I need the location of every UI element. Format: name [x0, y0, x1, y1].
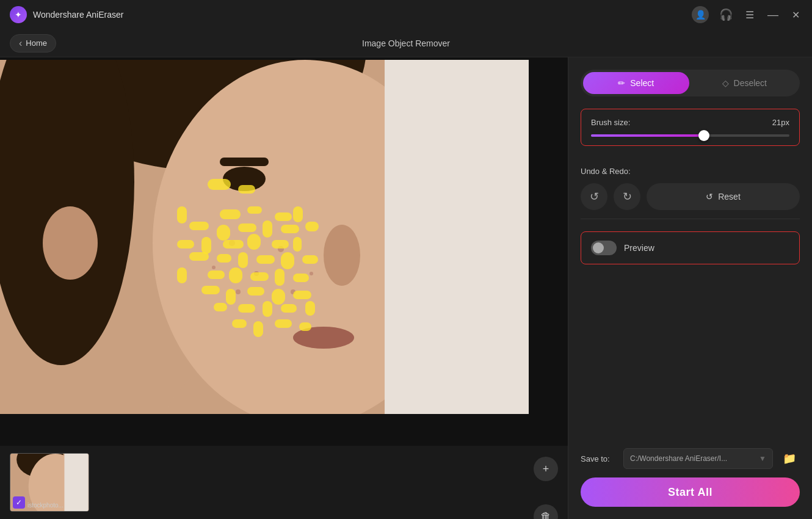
svg-rect-22 — [247, 206, 262, 214]
main-layout: ✓ istockphoto... + 🗑 ✏ Select ◇ De — [0, 57, 812, 519]
redo-icon: ↻ — [623, 190, 632, 203]
strip-buttons: + 🗑 — [534, 457, 558, 519]
save-section: Save to: C:/Wondershare AniEraser/I... ▼… — [581, 438, 800, 507]
brush-size-label: Brush size: — [591, 118, 630, 127]
right-panel: ✏ Select ◇ Deselect Brush size: 21px Und… — [568, 57, 812, 519]
preview-toggle[interactable] — [591, 241, 617, 255]
svg-rect-32 — [201, 237, 211, 254]
save-row: Save to: C:/Wondershare AniEraser/I... ▼… — [581, 448, 800, 469]
svg-rect-51 — [247, 287, 264, 296]
svg-rect-24 — [293, 206, 303, 222]
svg-rect-56 — [263, 301, 272, 317]
undo-button[interactable]: ↺ — [581, 183, 607, 210]
reset-icon: ↺ — [706, 192, 713, 201]
add-file-button[interactable]: + — [534, 457, 558, 481]
brush-size-section: Brush size: 21px — [581, 109, 800, 146]
svg-rect-49 — [201, 286, 220, 294]
profile-icon[interactable]: 👤 — [692, 6, 709, 23]
deselect-button[interactable]: ◇ Deselect — [692, 72, 798, 94]
folder-icon: 📁 — [783, 452, 796, 465]
svg-rect-19 — [238, 185, 255, 194]
thumbnail-label: istockphoto... — [27, 502, 63, 509]
image-canvas[interactable] — [0, 60, 529, 414]
svg-rect-44 — [208, 270, 225, 279]
svg-rect-61 — [275, 319, 292, 328]
app-logo: ✦ — [10, 6, 27, 23]
svg-rect-28 — [263, 220, 272, 238]
svg-rect-40 — [256, 255, 275, 264]
brush-header: Brush size: 21px — [591, 118, 789, 127]
svg-rect-60 — [253, 321, 263, 337]
canvas-area[interactable]: ✓ istockphoto... + 🗑 — [0, 57, 568, 519]
svg-rect-46 — [250, 272, 269, 281]
dropdown-arrow-icon: ▼ — [759, 454, 766, 463]
app-title: Wondershare AniEraser — [33, 10, 123, 20]
svg-rect-50 — [226, 289, 236, 305]
svg-rect-30 — [305, 222, 319, 231]
thumbnail-check: ✓ — [13, 496, 25, 509]
reset-button[interactable]: ↺ Reset — [647, 183, 800, 210]
delete-file-button[interactable]: 🗑 — [534, 504, 558, 519]
undo-redo-controls: ↺ ↻ ↺ Reset — [581, 183, 800, 210]
thumbnail-strip: ✓ istockphoto... + 🗑 — [0, 446, 568, 519]
select-button[interactable]: ✏ Select — [583, 72, 689, 94]
svg-rect-38 — [217, 254, 231, 263]
brush-marks — [0, 60, 529, 414]
undo-icon: ↺ — [590, 190, 599, 203]
toggle-knob — [593, 242, 604, 253]
svg-rect-48 — [293, 274, 309, 282]
svg-rect-27 — [238, 223, 256, 232]
svg-rect-25 — [189, 222, 209, 230]
preview-label: Preview — [624, 243, 654, 253]
preview-section: Preview — [581, 231, 800, 264]
svg-rect-66 — [64, 454, 88, 511]
title-bar: ✦ Wondershare AniEraser 👤 🎧 ☰ — ✕ — [0, 0, 812, 29]
svg-rect-42 — [302, 255, 318, 264]
thumbnail-item[interactable]: ✓ istockphoto... — [10, 453, 89, 512]
minimize-button[interactable]: — — [765, 6, 781, 24]
close-button[interactable]: ✕ — [789, 7, 802, 23]
undo-redo-label: Undo & Redo: — [581, 167, 800, 176]
home-label: Home — [26, 38, 47, 48]
svg-rect-58 — [305, 301, 315, 316]
brush-size-value: 21px — [772, 118, 789, 127]
svg-rect-57 — [281, 304, 297, 313]
title-bar-controls: 👤 🎧 ☰ — ✕ — [692, 6, 802, 24]
svg-rect-33 — [223, 240, 244, 249]
svg-rect-35 — [272, 240, 289, 249]
svg-rect-26 — [217, 225, 230, 241]
svg-rect-37 — [189, 252, 209, 261]
svg-rect-52 — [272, 289, 285, 305]
svg-rect-39 — [238, 252, 248, 268]
svg-rect-45 — [229, 267, 242, 283]
svg-rect-47 — [275, 269, 285, 286]
slider-thumb[interactable] — [698, 130, 709, 141]
svg-rect-18 — [208, 179, 231, 190]
menu-icon[interactable]: ☰ — [743, 7, 756, 23]
support-icon[interactable]: 🎧 — [717, 6, 734, 23]
svg-rect-29 — [281, 225, 299, 233]
svg-rect-36 — [293, 237, 302, 252]
pencil-icon: ✏ — [618, 78, 625, 88]
svg-rect-20 — [177, 206, 187, 223]
svg-rect-31 — [177, 240, 194, 249]
start-all-button[interactable]: Start All — [581, 477, 800, 507]
spacer — [581, 277, 800, 438]
svg-rect-23 — [275, 212, 292, 221]
save-path-input[interactable]: C:/Wondershare AniEraser/I... ▼ — [623, 448, 773, 469]
svg-rect-41 — [281, 252, 294, 269]
nav-bar: ‹ Home Image Object Remover — [0, 29, 812, 57]
svg-rect-55 — [238, 304, 255, 313]
svg-rect-59 — [232, 319, 247, 328]
eraser-icon: ◇ — [722, 78, 729, 88]
svg-rect-43 — [177, 267, 187, 283]
home-button[interactable]: ‹ Home — [10, 34, 56, 53]
folder-button[interactable]: 📁 — [779, 448, 800, 469]
brush-size-slider[interactable] — [591, 134, 789, 137]
slider-fill — [591, 134, 704, 137]
save-to-label: Save to: — [581, 454, 617, 463]
redo-button[interactable]: ↻ — [614, 183, 640, 210]
svg-rect-62 — [299, 322, 311, 331]
select-deselect-toggle: ✏ Select ◇ Deselect — [581, 70, 800, 96]
svg-rect-21 — [220, 209, 241, 219]
